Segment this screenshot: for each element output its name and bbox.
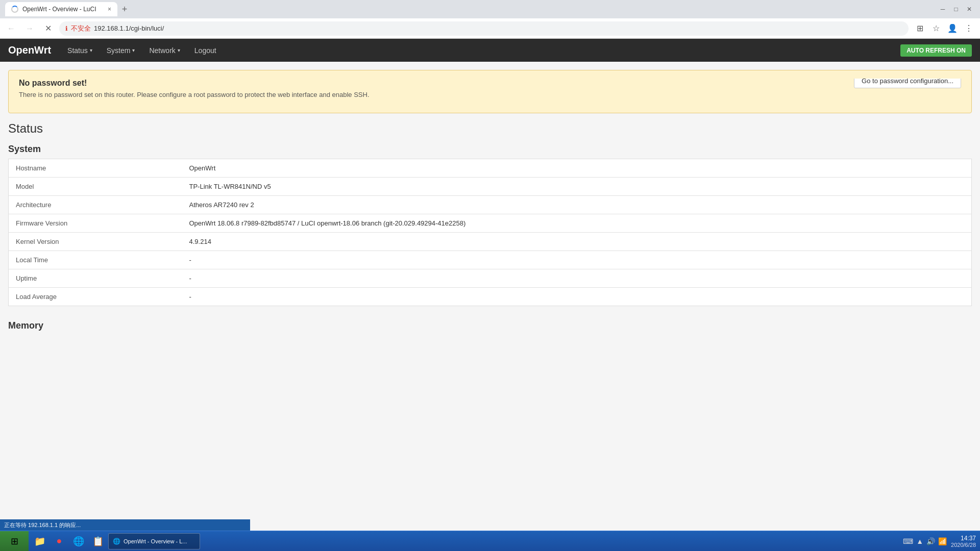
translate-button[interactable]: ⊞ [913,21,927,36]
app-navbar: OpenWrt Status ▾ System ▾ Network ▾ Logo… [0,39,980,62]
main-content: Status System HostnameOpenWrtModelTP-Lin… [0,121,980,314]
nav-system[interactable]: System ▾ [101,42,141,59]
password-config-button[interactable]: Go to password configuration... [854,79,961,88]
warning-banner: Go to password configuration... No passw… [8,70,972,113]
tray-keyboard-icon[interactable]: ⌨ [903,537,913,545]
tray-volume-icon[interactable]: 🔊 [926,537,935,545]
address-bar[interactable]: ℹ 不安全 192.168.1.1/cgi-bin/luci/ [59,21,909,36]
taskbar-right: ⌨ ▲ 🔊 📶 14:37 2020/6/28 [899,535,980,548]
start-icon: ⊞ [11,536,18,547]
taskbar: ⊞ 📁 ● 🌐 📋 🌐 OpenWrt - Overview - L... ⌨ … [0,531,980,551]
tray-arrow-icon[interactable]: ▲ [916,537,923,545]
status-bar: 正在等待 192.168.1.1 的响应... [0,519,250,531]
row-label: Uptime [9,269,182,288]
taskbar-time: 14:37 [951,535,976,542]
row-label: Model [9,178,182,196]
row-label: Hostname [9,159,182,178]
page-title: Status [8,121,972,136]
row-label: Local Time [9,251,182,269]
status-bar-text: 正在等待 192.168.1.1 的响应... [4,521,81,529]
memory-section: Memory [0,314,980,356]
warning-title: No password set! [19,79,961,88]
browser-titlebar: OpenWrt - Overview - LuCI × + ─ □ ✕ [0,0,980,18]
menu-button[interactable]: ⋮ [962,21,976,36]
row-value: Atheros AR7240 rev 2 [182,196,972,214]
table-row: ArchitectureAtheros AR7240 rev 2 [9,196,972,214]
system-info-table: HostnameOpenWrtModelTP-Link TL-WR841N/ND… [8,159,972,306]
taskbar-chrome2-icon[interactable]: 🌐 [69,532,88,550]
table-row: ModelTP-Link TL-WR841N/ND v5 [9,178,972,196]
app-logo: OpenWrt [8,44,51,56]
table-row: HostnameOpenWrt [9,159,972,178]
system-caret: ▾ [132,47,135,53]
start-button[interactable]: ⊞ [0,531,29,552]
tab-title: OpenWrt - Overview - LuCI [22,6,104,13]
row-label: Firmware Version [9,214,182,233]
table-row: Local Time- [9,251,972,269]
minimize-button[interactable]: ─ [937,4,948,15]
system-section-title: System [8,144,972,155]
tab-close-button[interactable]: × [108,6,111,13]
tab-spinner [11,6,18,13]
nav-status[interactable]: Status ▾ [61,42,99,59]
table-row: Kernel Version4.9.214 [9,233,972,251]
table-row: Firmware VersionOpenWrt 18.06.8 r7989-82… [9,214,972,233]
address-text: 192.168.1.1/cgi-bin/luci/ [94,24,902,32]
memory-section-title: Memory [8,320,972,331]
row-label: Load Average [9,288,182,306]
close-button[interactable]: ✕ [964,4,975,15]
taskbar-chrome-icon[interactable]: ● [50,532,68,550]
browser-actions: ⊞ ☆ 👤 ⋮ [913,21,976,36]
account-button[interactable]: 👤 [945,21,960,36]
row-value: 4.9.214 [182,233,972,251]
row-value: OpenWrt [182,159,972,178]
new-tab-button[interactable]: + [117,2,132,16]
back-button[interactable]: ← [4,21,18,36]
row-value: - [182,269,972,288]
forward-button[interactable]: → [22,21,37,36]
taskbar-items: 📁 ● 🌐 📋 🌐 OpenWrt - Overview - L... [29,532,899,550]
row-label: Kernel Version [9,233,182,251]
table-row: Uptime- [9,269,972,288]
nav-network[interactable]: Network ▾ [143,42,186,59]
warning-text: There is no password set on this router.… [19,91,961,98]
taskbar-window-title: OpenWrt - Overview - L... [124,538,187,544]
system-tray: ⌨ ▲ 🔊 📶 [903,537,947,545]
row-value: - [182,288,972,306]
bookmark-button[interactable]: ☆ [929,21,943,36]
tray-network-icon[interactable]: 📶 [938,537,947,545]
taskbar-open-window[interactable]: 🌐 OpenWrt - Overview - L... [108,533,200,549]
insecure-label: 不安全 [71,24,91,33]
auto-refresh-button[interactable]: AUTO REFRESH ON [900,44,972,57]
row-value: OpenWrt 18.06.8 r7989-82fbd85747 / LuCI … [182,214,972,233]
network-caret: ▾ [178,47,180,53]
row-value: TP-Link TL-WR841N/ND v5 [182,178,972,196]
taskbar-clock[interactable]: 14:37 2020/6/28 [951,535,976,548]
row-value: - [182,251,972,269]
taskbar-date: 2020/6/28 [951,542,976,548]
nav-logout[interactable]: Logout [188,42,223,59]
browser-tab[interactable]: OpenWrt - Overview - LuCI × [5,2,117,16]
status-caret: ▾ [90,47,92,53]
row-label: Architecture [9,196,182,214]
taskbar-folder-icon[interactable]: 📁 [31,532,49,550]
table-row: Load Average- [9,288,972,306]
reload-button[interactable]: ✕ [41,21,55,36]
insecure-icon: ℹ [65,25,68,32]
maximize-button[interactable]: □ [950,4,962,15]
taskbar-app-icon[interactable]: 📋 [89,532,107,550]
browser-controls: ← → ✕ ℹ 不安全 192.168.1.1/cgi-bin/luci/ ⊞ … [0,18,980,39]
